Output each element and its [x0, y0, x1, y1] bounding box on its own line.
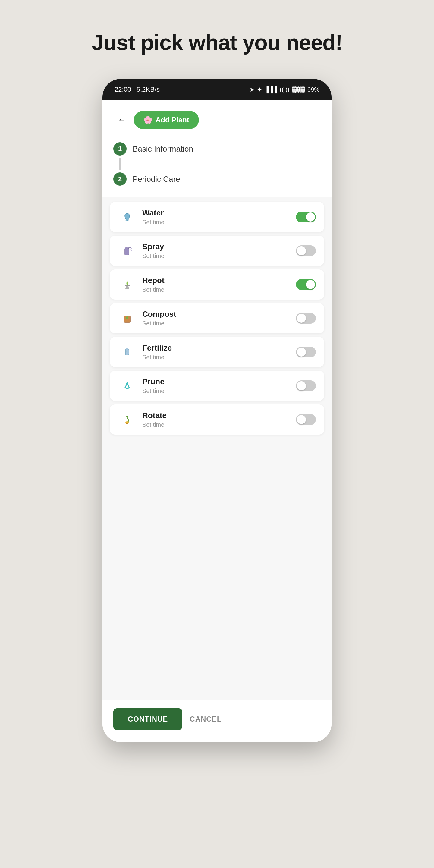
status-time: 22:00 | 5.2KB/s — [115, 86, 160, 93]
care-item-repot: RepotSet time — [110, 270, 324, 300]
water-name: Water — [142, 208, 290, 218]
steps-container: 1 Basic Information 2 Periodic Care — [102, 136, 332, 197]
step-2-label: Periodic Care — [133, 175, 180, 184]
spray-toggle-knob — [297, 246, 306, 255]
fertilize-toggle[interactable] — [296, 347, 316, 358]
svg-point-0 — [125, 220, 129, 221]
signal-icon: ▐▐▐ — [265, 86, 278, 93]
bottom-buttons: CONTINUE CANCEL — [102, 700, 332, 742]
rotate-icon — [118, 410, 136, 429]
spray-name: Spray — [142, 242, 290, 251]
spray-subtitle: Set time — [142, 253, 290, 259]
repot-toggle-knob — [306, 280, 315, 289]
prune-name: Prune — [142, 377, 290, 386]
care-item-water: WaterSet time — [110, 202, 324, 232]
svg-rect-13 — [126, 348, 128, 350]
fertilize-name: Fertilize — [142, 343, 290, 352]
svg-point-11 — [126, 316, 128, 319]
fertilize-toggle-knob — [297, 347, 306, 356]
rotate-subtitle: Set time — [142, 421, 290, 428]
step-2-row: 2 Periodic Care — [113, 173, 321, 186]
compost-toggle-knob — [297, 314, 306, 323]
svg-point-6 — [131, 248, 132, 249]
repot-name: Repot — [142, 276, 290, 285]
care-item-fertilize: FertilizeSet time — [110, 337, 324, 367]
battery-percent: 99% — [307, 86, 319, 93]
compost-text: CompostSet time — [142, 310, 290, 327]
care-item-prune: PruneSet time — [110, 371, 324, 401]
app-header: ← 🌸 Add Plant — [102, 100, 332, 136]
rotate-toggle[interactable] — [296, 414, 316, 425]
repot-text: RepotSet time — [142, 276, 290, 293]
svg-line-15 — [127, 382, 129, 388]
water-subtitle: Set time — [142, 219, 290, 226]
care-list: WaterSet time SpraySet time RepotSet tim… — [102, 197, 332, 700]
add-plant-label: Add Plant — [156, 116, 189, 124]
repot-subtitle: Set time — [142, 286, 290, 293]
status-icons: ➤ ✦ ▐▐▐ ((·)) ▓▓▓ 99% — [250, 86, 320, 93]
spray-toggle[interactable] — [296, 245, 316, 256]
flower-icon: 🌸 — [144, 116, 153, 124]
care-item-spray: SpraySet time — [110, 236, 324, 266]
add-plant-button[interactable]: 🌸 Add Plant — [134, 111, 199, 129]
continue-button[interactable]: CONTINUE — [113, 708, 182, 730]
rotate-name: Rotate — [142, 411, 290, 420]
step-2-circle: 2 — [113, 173, 127, 186]
app-content: ← 🌸 Add Plant 1 Basic Information 2 Peri… — [102, 100, 332, 742]
rotate-text: RotateSet time — [142, 411, 290, 428]
step-1-circle: 1 — [113, 142, 127, 156]
svg-point-5 — [130, 249, 131, 250]
svg-rect-2 — [125, 247, 128, 249]
compost-subtitle: Set time — [142, 320, 290, 327]
step-connector — [119, 158, 121, 170]
svg-point-3 — [129, 247, 130, 248]
fertilize-subtitle: Set time — [142, 354, 290, 361]
water-text: WaterSet time — [142, 208, 290, 226]
svg-rect-1 — [125, 248, 129, 255]
care-item-rotate: RotateSet time — [110, 404, 324, 435]
fertilize-text: FertilizeSet time — [142, 343, 290, 361]
phone-frame: 22:00 | 5.2KB/s ➤ ✦ ▐▐▐ ((·)) ▓▓▓ 99% ← … — [102, 79, 332, 742]
care-item-compost: CompostSet time — [110, 303, 324, 333]
prune-toggle-knob — [297, 381, 306, 390]
prune-icon — [118, 377, 136, 395]
status-bar: 22:00 | 5.2KB/s ➤ ✦ ▐▐▐ ((·)) ▓▓▓ 99% — [102, 79, 332, 100]
prune-toggle[interactable] — [296, 380, 316, 391]
svg-rect-17 — [126, 423, 128, 424]
svg-point-7 — [131, 250, 132, 251]
spray-icon — [118, 242, 136, 260]
battery-icon: ▓▓▓ — [292, 86, 305, 93]
page-title: Just pick what you need! — [92, 30, 342, 55]
repot-toggle[interactable] — [296, 279, 316, 290]
compost-icon — [118, 309, 136, 327]
send-icon: ➤ — [250, 86, 255, 93]
wifi-icon: ((·)) — [280, 86, 289, 93]
compost-name: Compost — [142, 310, 290, 319]
prune-subtitle: Set time — [142, 388, 290, 395]
step-1-row: 1 Basic Information — [113, 142, 321, 156]
rotate-toggle-knob — [297, 415, 306, 424]
step-1-label: Basic Information — [133, 144, 193, 154]
back-button[interactable]: ← — [113, 112, 130, 128]
cancel-button[interactable]: CANCEL — [190, 715, 221, 723]
fertilize-icon — [118, 343, 136, 361]
water-toggle-knob — [306, 213, 315, 221]
spray-text: SpraySet time — [142, 242, 290, 259]
svg-rect-12 — [125, 349, 129, 355]
bluetooth-icon: ✦ — [257, 86, 262, 93]
svg-line-14 — [125, 382, 127, 388]
prune-text: PruneSet time — [142, 377, 290, 395]
water-icon — [118, 208, 136, 226]
water-toggle[interactable] — [296, 212, 316, 222]
repot-icon — [118, 276, 136, 293]
compost-toggle[interactable] — [296, 313, 316, 324]
